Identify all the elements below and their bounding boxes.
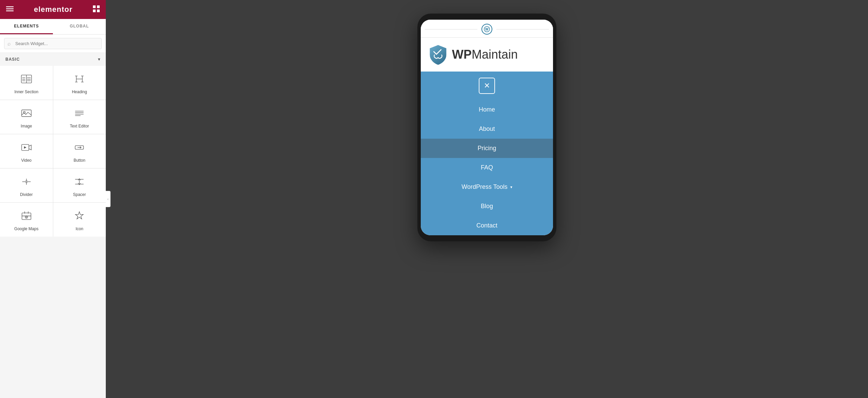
sidebar-collapse-handle[interactable]: ‹ xyxy=(106,191,111,207)
widget-divider-label: Divider xyxy=(20,192,33,197)
widget-inner-section-label: Inner Section xyxy=(14,89,38,94)
widget-inner-section[interactable]: Inner Section xyxy=(0,66,53,100)
nav-item-wordpress-tools[interactable]: WordPress Tools ▾ xyxy=(421,177,553,197)
svg-rect-4 xyxy=(97,5,100,8)
tab-elements[interactable]: ELEMENTS xyxy=(0,19,53,34)
sidebar-tabs: ELEMENTS GLOBAL xyxy=(0,19,106,35)
widget-google-maps-label: Google Maps xyxy=(14,226,38,231)
widget-image-label: Image xyxy=(21,124,32,128)
nav-item-about[interactable]: About xyxy=(421,119,553,139)
svg-marker-29 xyxy=(24,146,26,148)
nav-item-faq[interactable]: FAQ xyxy=(421,158,553,177)
phone-mockup: W xyxy=(417,14,556,241)
widget-spacer[interactable]: Spacer xyxy=(53,168,106,202)
svg-rect-5 xyxy=(93,9,96,12)
elementor-logo: elementor xyxy=(34,5,73,14)
widget-text-editor-label: Text Editor xyxy=(70,124,89,128)
widget-icon[interactable]: Icon xyxy=(53,203,106,237)
sidebar-header: elementor xyxy=(0,0,106,19)
wordpress-tools-arrow-icon: ▾ xyxy=(510,185,512,190)
widget-google-maps[interactable]: Google Maps xyxy=(0,203,53,237)
tab-global[interactable]: GLOBAL xyxy=(53,19,106,34)
widget-heading[interactable]: Heading xyxy=(53,66,106,100)
widget-divider[interactable]: Divider xyxy=(0,168,53,202)
google-maps-icon xyxy=(21,211,32,223)
svg-rect-3 xyxy=(93,5,96,8)
heading-icon xyxy=(74,74,85,86)
nav-item-home[interactable]: Home xyxy=(421,100,553,119)
grid-icon[interactable] xyxy=(93,5,100,14)
nav-item-blog[interactable]: Blog xyxy=(421,197,553,216)
category-label: BASIC xyxy=(5,57,20,62)
category-collapse-icon: ▾ xyxy=(98,57,100,62)
widget-text-editor[interactable]: Text Editor xyxy=(53,100,106,134)
widget-icon-label: Icon xyxy=(76,226,83,231)
nav-item-pricing[interactable]: Pricing xyxy=(421,139,553,158)
phone-top-bar: W xyxy=(421,20,553,38)
hamburger-icon[interactable] xyxy=(6,6,14,14)
close-icon: ✕ xyxy=(484,81,490,90)
icon-widget-icon xyxy=(74,211,85,223)
logo-shield-icon xyxy=(429,44,447,65)
video-icon xyxy=(21,142,32,155)
nav-close-button[interactable]: ✕ xyxy=(479,78,495,94)
widget-image[interactable]: Image xyxy=(0,100,53,134)
mobile-nav: ✕ Home About Pricing FAQ WordPress Tool xyxy=(421,72,553,235)
svg-rect-22 xyxy=(22,110,31,117)
svg-text:W: W xyxy=(485,27,489,31)
widget-button[interactable]: Button xyxy=(53,134,106,168)
search-input[interactable] xyxy=(4,38,102,49)
svg-rect-6 xyxy=(97,9,100,12)
wp-logo: W xyxy=(481,24,492,35)
nav-item-contact[interactable]: Contact xyxy=(421,216,553,235)
search-bar xyxy=(0,35,106,53)
close-btn-wrapper: ✕ xyxy=(421,72,553,100)
phone-screen: W xyxy=(421,20,553,235)
widget-video-label: Video xyxy=(21,158,32,163)
widget-button-label: Button xyxy=(74,158,85,163)
widget-video[interactable]: Video xyxy=(0,134,53,168)
sidebar: elementor ELEMENTS GLOBAL BASIC ▾ xyxy=(0,0,106,398)
site-logo-text: WPMaintain xyxy=(452,48,518,61)
site-header: WPMaintain xyxy=(421,38,553,72)
spacer-icon xyxy=(74,176,85,189)
canvas-area: W xyxy=(106,0,868,398)
widget-heading-label: Heading xyxy=(72,89,87,94)
divider-icon xyxy=(21,176,32,189)
text-editor-icon xyxy=(74,108,85,120)
widget-spacer-label: Spacer xyxy=(73,192,86,197)
category-header[interactable]: BASIC ▾ xyxy=(0,53,106,66)
image-icon xyxy=(21,108,32,120)
inner-section-icon xyxy=(21,74,32,86)
widgets-grid: Inner Section Heading xyxy=(0,66,106,237)
button-icon xyxy=(74,142,85,155)
